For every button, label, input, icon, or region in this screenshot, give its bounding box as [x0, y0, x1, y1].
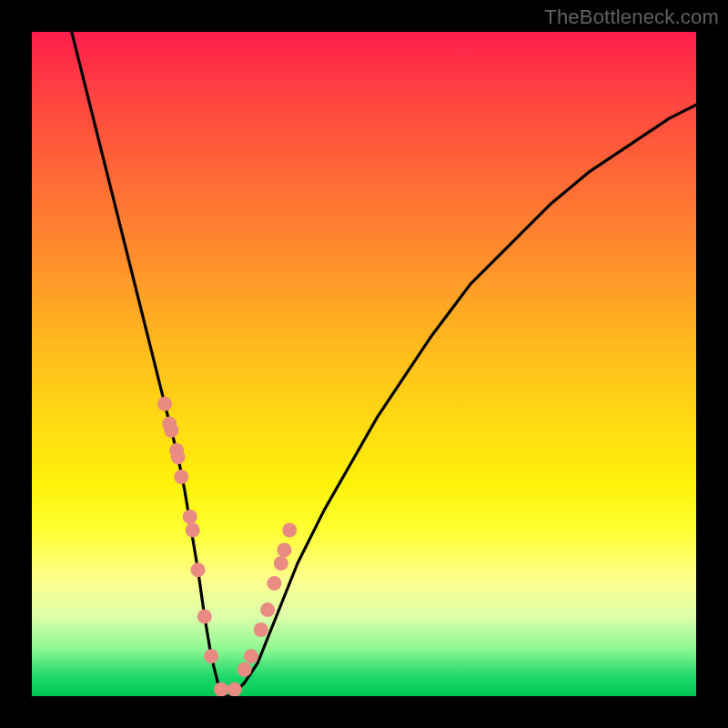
- data-marker: [186, 523, 200, 538]
- data-marker: [204, 649, 218, 663]
- data-marker: [197, 609, 212, 623]
- data-marker: [174, 470, 188, 484]
- data-marker: [164, 423, 178, 438]
- bottleneck-chart: [32, 32, 696, 696]
- data-marker: [228, 682, 242, 696]
- data-marker: [277, 542, 291, 557]
- data-marker: [191, 562, 206, 577]
- data-marker: [238, 662, 252, 677]
- data-marker: [254, 622, 268, 637]
- data-marker: [214, 682, 228, 696]
- data-marker: [183, 510, 197, 524]
- data-marker: [171, 450, 186, 464]
- watermark-text: TheBottleneck.com: [544, 5, 719, 29]
- chart-frame: TheBottleneck.com: [0, 0, 728, 728]
- plot-area: [32, 32, 696, 696]
- data-marker: [244, 649, 258, 663]
- data-marker: [157, 397, 172, 411]
- data-marker: [274, 556, 288, 571]
- data-marker: [260, 602, 275, 617]
- curve-path: [72, 32, 696, 696]
- data-marker: [267, 576, 281, 591]
- data-marker: [282, 523, 297, 538]
